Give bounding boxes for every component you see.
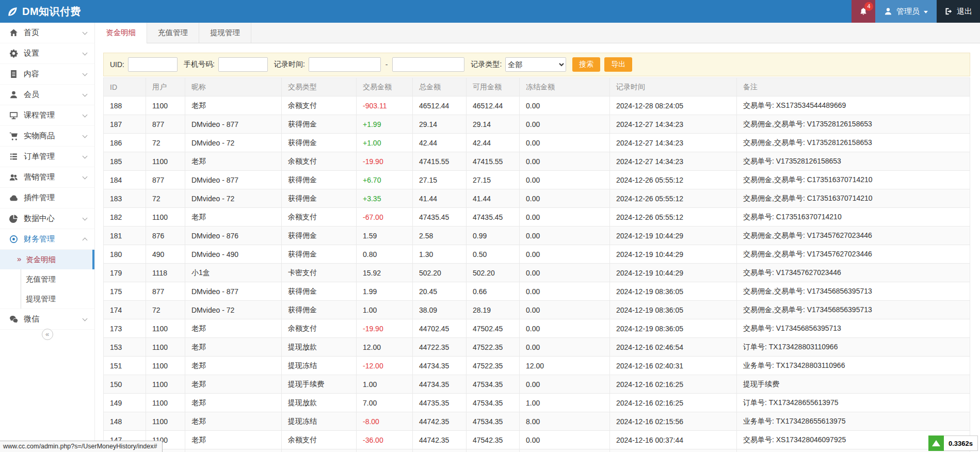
- sidebar-item-members[interactable]: 会员: [0, 85, 94, 105]
- tab-withdrawal[interactable]: 提现管理: [199, 23, 251, 43]
- caret-down-icon: [924, 11, 928, 13]
- table-cell: DMvideo - 490: [185, 245, 282, 264]
- chevron-down-icon: [83, 133, 88, 138]
- table-cell: 8.00: [520, 412, 610, 431]
- table-cell: 47435.45: [467, 208, 520, 227]
- table-cell: 订单号: TX173428803110966: [737, 338, 970, 357]
- record-time-label: 记录时间:: [274, 60, 305, 69]
- sidebar-item-marketing[interactable]: 营销管理: [0, 167, 94, 188]
- table-cell: 交易佣金,交易单号: V173456856395713: [737, 301, 970, 319]
- table-cell: 提现冻结: [282, 412, 357, 431]
- table-cell: 提现放款: [282, 394, 357, 412]
- table-cell: 1100: [146, 375, 185, 394]
- phone-input[interactable]: [218, 57, 268, 72]
- table-cell: 47522.35: [467, 357, 520, 375]
- table-cell: 获得佣金: [282, 301, 357, 319]
- table-cell: 1118: [146, 264, 185, 282]
- table-row: 17472DMvideo - 72获得佣金1.0038.0928.190.002…: [104, 301, 970, 319]
- browser-status-bar: www.cc.com/admin.php?s=/UserMoneyHistory…: [0, 441, 163, 452]
- table-cell: 0.50: [467, 245, 520, 264]
- sidebar-item-content[interactable]: 内容: [0, 64, 94, 85]
- time-end-input[interactable]: [392, 57, 464, 72]
- uid-label: UID:: [110, 60, 124, 69]
- brand-logo-icon: [8, 7, 18, 17]
- table-cell: 2024-12-19 10:44:29: [610, 264, 737, 282]
- table-row: 180490DMvideo - 490获得佣金0.801.300.500.002…: [104, 245, 970, 264]
- cart-icon: [9, 132, 18, 140]
- table-row: 1821100老郑余额支付-67.0047435.4547435.450.002…: [104, 208, 970, 227]
- table-cell: 2024-12-16 00:37:44: [610, 431, 737, 449]
- table-cell: DMvideo - 72: [185, 189, 282, 208]
- table-cell: 187: [104, 115, 146, 134]
- sidebar-item-home[interactable]: 首页: [0, 23, 94, 43]
- sidebar-subitem-withdrawal[interactable]: 提现管理: [0, 289, 94, 309]
- table-cell: 2024-12-27 14:34:23: [610, 115, 737, 134]
- admin-menu-button[interactable]: 管理员: [875, 0, 937, 23]
- record-type-select[interactable]: 全部: [505, 57, 566, 72]
- column-header-frozen: 冻结金额: [520, 78, 610, 96]
- table-cell: 42.44: [467, 134, 520, 152]
- search-button[interactable]: 搜索: [572, 57, 600, 72]
- table-row: 1471100老郑余额支付-36.0044742.3547542.350.002…: [104, 431, 970, 449]
- table-cell: 0.00: [520, 115, 610, 134]
- navbar-right: 4 管理员 退出: [852, 0, 980, 23]
- table-row: 181876DMvideo - 876获得佣金1.592.580.990.002…: [104, 227, 970, 245]
- table-cell: +1.00: [357, 134, 413, 152]
- table-cell: 46512.44: [467, 96, 520, 115]
- table-cell: 47534.35: [467, 375, 520, 394]
- table-cell: 获得佣金: [282, 245, 357, 264]
- table-cell: DMvideo - 72: [185, 301, 282, 319]
- monitor-icon: [9, 111, 18, 120]
- table-cell: -8.00: [357, 412, 413, 431]
- sidebar-item-finance[interactable]: 财务管理: [0, 229, 94, 250]
- table-cell: 获得佣金: [282, 115, 357, 134]
- admin-label: 管理员: [896, 7, 920, 17]
- sidebar-item-label: 实物商品: [24, 131, 83, 141]
- table-cell: 交易单号: V173456856395713: [737, 319, 970, 338]
- sidebar-collapse-button[interactable]: «: [42, 329, 53, 340]
- sidebar-item-physical-goods[interactable]: 实物商品: [0, 126, 94, 147]
- table-cell: 1.59: [357, 227, 413, 245]
- sidebar-item-plugins[interactable]: 插件管理: [0, 188, 94, 208]
- table-cell: 44722.35: [413, 338, 467, 357]
- main-content: UID: 手机号码: 记录时间: - 记录类型: 全部 搜索 导出: [95, 43, 980, 452]
- tab-fund-details[interactable]: 资金明细: [95, 23, 147, 43]
- sidebar-item-data-center[interactable]: 数据中心: [0, 208, 94, 229]
- table-cell: 老郑: [185, 375, 282, 394]
- top-navbar: DM知识付费 4 管理员 退出: [0, 0, 980, 23]
- table-cell: 0.00: [520, 134, 610, 152]
- table-cell: 27.15: [467, 171, 520, 189]
- logout-button[interactable]: 退出: [937, 0, 980, 23]
- table-cell: +3.35: [357, 189, 413, 208]
- table-cell: 182: [104, 208, 146, 227]
- table-cell: 44734.35: [413, 375, 467, 394]
- uid-input[interactable]: [128, 57, 178, 72]
- trace-widget[interactable]: 0.3362s: [928, 435, 978, 451]
- chevron-down-icon: [83, 174, 88, 179]
- table-cell: 179: [104, 264, 146, 282]
- sidebar-item-courses[interactable]: 课程管理: [0, 105, 94, 126]
- table-cell: 2024-12-19 08:36:05: [610, 301, 737, 319]
- tab-recharge[interactable]: 充值管理: [147, 23, 199, 43]
- table-row: 1851100老郑余额支付-19.9047415.5547415.550.002…: [104, 152, 970, 171]
- logout-label: 退出: [957, 7, 972, 17]
- trace-time: 0.3362s: [944, 435, 978, 451]
- sidebar-item-orders[interactable]: 订单管理: [0, 147, 94, 167]
- table-cell: 1.00: [357, 301, 413, 319]
- table-cell: 47435.45: [413, 208, 467, 227]
- chevron-down-icon: [83, 215, 88, 220]
- table-cell: 1100: [146, 412, 185, 431]
- sidebar-subitem-fund-details[interactable]: » 资金明细: [0, 250, 94, 269]
- table-cell: 0.00: [520, 301, 610, 319]
- table-cell: 提现放款: [282, 338, 357, 357]
- table-cell: 153: [104, 338, 146, 357]
- notifications-button[interactable]: 4: [852, 0, 875, 23]
- sidebar-item-wechat[interactable]: 微信: [0, 309, 94, 330]
- sidebar-subitem-recharge[interactable]: 充值管理: [0, 269, 94, 289]
- export-button[interactable]: 导出: [604, 57, 632, 72]
- sidebar-item-settings[interactable]: 设置: [0, 43, 94, 64]
- table-cell: 交易佣金,交易单号: V173457627023446: [737, 227, 970, 245]
- time-start-input[interactable]: [309, 57, 381, 72]
- table-cell: 72: [146, 134, 185, 152]
- table-cell: 72: [146, 189, 185, 208]
